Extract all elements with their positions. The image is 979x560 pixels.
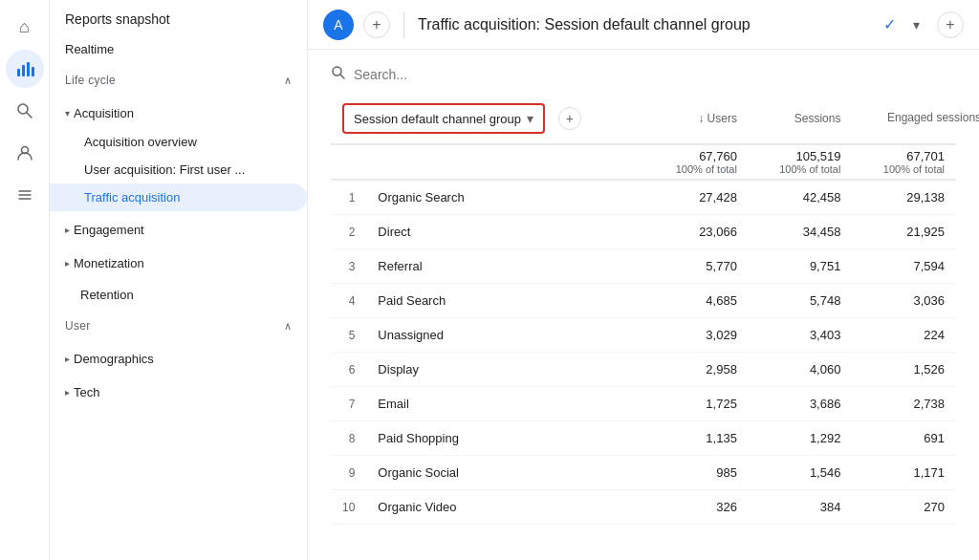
- row-users: 5,770: [644, 249, 749, 284]
- acquisition-group: ▾ Acquisition Acquisition overview User …: [50, 97, 307, 213]
- main-content: A + Traffic acquisition: Session default…: [308, 0, 979, 560]
- row-sessions: 1,292: [749, 421, 853, 456]
- users-column-header[interactable]: ↓ Users: [644, 96, 749, 144]
- row-users: 4,685: [644, 284, 749, 318]
- row-users: 326: [644, 490, 749, 525]
- svg-rect-0: [17, 69, 20, 76]
- dimension-selector-cell: Session default channel group ▾ +: [331, 96, 644, 144]
- sidebar-item-traffic-acquisition[interactable]: Traffic acquisition: [50, 183, 307, 211]
- row-engaged-sessions: 691: [852, 421, 956, 456]
- topbar-divider: [403, 11, 404, 38]
- row-rank: 8: [331, 421, 366, 456]
- row-channel-name[interactable]: Organic Social: [366, 456, 644, 490]
- row-channel-name[interactable]: Paid Shopping: [366, 421, 644, 456]
- row-sessions: 34,458: [749, 215, 853, 249]
- add-tab-button[interactable]: +: [363, 11, 390, 38]
- row-channel-name[interactable]: Paid Search: [366, 284, 644, 318]
- demographics-group: ▸ Demographics: [50, 342, 307, 376]
- row-sessions: 42,458: [749, 180, 853, 215]
- row-sessions: 384: [749, 490, 853, 525]
- svg-rect-1: [22, 65, 25, 76]
- list-icon[interactable]: [6, 176, 44, 214]
- row-engaged-sessions: 224: [852, 318, 956, 353]
- page-title: Traffic acquisition: Session default cha…: [418, 16, 874, 33]
- engaged-sessions-column-header[interactable]: Engaged sessions: [852, 96, 956, 144]
- reports-snapshot-label: Reports snapshot: [50, 0, 307, 34]
- table-row: 2 Direct 23,066 34,458 21,925: [331, 215, 956, 249]
- row-sessions: 3,403: [749, 318, 853, 353]
- search-icon: [331, 65, 346, 84]
- table-row: 8 Paid Shopping 1,135 1,292 691: [331, 421, 956, 456]
- svg-line-11: [340, 75, 344, 78]
- engagement-group-label[interactable]: ▸ Engagement: [50, 215, 307, 245]
- svg-line-5: [27, 113, 32, 118]
- search-people-icon[interactable]: [6, 92, 44, 130]
- row-engaged-sessions: 21,925: [852, 215, 956, 249]
- tech-group-label[interactable]: ▸ Tech: [50, 377, 307, 407]
- table-row: 10 Organic Video 326 384 270: [331, 490, 956, 525]
- user-section: User ∧: [50, 310, 307, 342]
- row-engaged-sessions: 1,526: [852, 353, 956, 387]
- row-channel-name[interactable]: Display: [366, 353, 644, 387]
- sidebar-item-realtime[interactable]: Realtime: [50, 34, 307, 64]
- sidebar-item-retention[interactable]: Retention: [50, 280, 307, 310]
- monetization-group-label[interactable]: ▸ Monetization: [50, 248, 307, 278]
- add-dimension-button[interactable]: +: [558, 107, 581, 130]
- chart-icon[interactable]: [6, 50, 44, 88]
- row-channel-name[interactable]: Organic Search: [366, 180, 644, 215]
- row-rank: 9: [331, 456, 366, 490]
- sidebar: Reports snapshot Realtime Life cycle ∧ ▾…: [50, 0, 308, 560]
- row-rank: 4: [331, 284, 366, 318]
- row-sessions: 1,546: [749, 456, 853, 490]
- row-engaged-sessions: 7,594: [852, 249, 956, 284]
- row-channel-name[interactable]: Unassigned: [366, 318, 644, 353]
- row-rank: 5: [331, 318, 366, 353]
- acquisition-group-label[interactable]: ▾ Acquisition: [50, 98, 307, 128]
- sidebar-item-user-acquisition[interactable]: User acquisition: First user ...: [50, 156, 307, 183]
- demographics-group-label[interactable]: ▸ Demographics: [50, 344, 307, 374]
- totals-engaged-sessions: 67,701 100% of total: [852, 144, 956, 180]
- totals-sessions: 105,519 100% of total: [749, 144, 853, 180]
- row-users: 3,029: [644, 318, 749, 353]
- table-row: 3 Referral 5,770 9,751 7,594: [331, 249, 956, 284]
- row-users: 23,066: [644, 215, 749, 249]
- row-engaged-sessions: 2,738: [852, 387, 956, 421]
- table-row: 1 Organic Search 27,428 42,458 29,138: [331, 180, 956, 215]
- row-engaged-sessions: 29,138: [852, 180, 956, 215]
- user-chevron: ∧: [284, 320, 292, 333]
- row-channel-name[interactable]: Organic Video: [366, 490, 644, 525]
- search-bar: [308, 65, 979, 96]
- svg-rect-3: [32, 67, 34, 76]
- sidebar-item-acquisition-overview[interactable]: Acquisition overview: [50, 128, 307, 156]
- row-channel-name[interactable]: Direct: [366, 215, 644, 249]
- lifecycle-section: Life cycle ∧: [50, 64, 307, 97]
- search-input[interactable]: [354, 67, 956, 82]
- row-engaged-sessions: 270: [852, 490, 956, 525]
- person-icon[interactable]: [6, 134, 44, 172]
- row-users: 27,428: [644, 180, 749, 215]
- home-icon[interactable]: ⌂: [6, 8, 44, 46]
- row-sessions: 5,748: [749, 284, 853, 318]
- row-channel-name[interactable]: Email: [366, 387, 644, 421]
- row-rank: 10: [331, 490, 366, 525]
- row-users: 985: [644, 456, 749, 490]
- table-row: 7 Email 1,725 3,686 2,738: [331, 387, 956, 421]
- table-row: 5 Unassigned 3,029 3,403 224: [331, 318, 956, 353]
- row-engaged-sessions: 3,036: [852, 284, 956, 318]
- title-dropdown-button[interactable]: ▾: [905, 13, 927, 36]
- realtime-label: Realtime: [65, 42, 114, 56]
- sessions-column-header[interactable]: Sessions: [749, 96, 853, 144]
- row-sessions: 9,751: [749, 249, 853, 284]
- row-sessions: 4,060: [749, 353, 853, 387]
- add-view-button[interactable]: +: [937, 11, 964, 38]
- row-channel-name[interactable]: Referral: [366, 249, 644, 284]
- avatar[interactable]: A: [323, 10, 354, 40]
- dimension-selector[interactable]: Session default channel group ▾: [342, 103, 545, 134]
- table-row: 9 Organic Social 985 1,546 1,171: [331, 456, 956, 490]
- engagement-group: ▸ Engagement: [50, 213, 307, 247]
- row-sessions: 3,686: [749, 387, 853, 421]
- topbar: A + Traffic acquisition: Session default…: [308, 0, 979, 50]
- row-users: 2,958: [644, 353, 749, 387]
- data-table: Session default channel group ▾ + ↓ User…: [308, 96, 979, 525]
- icon-rail: ⌂: [0, 0, 50, 560]
